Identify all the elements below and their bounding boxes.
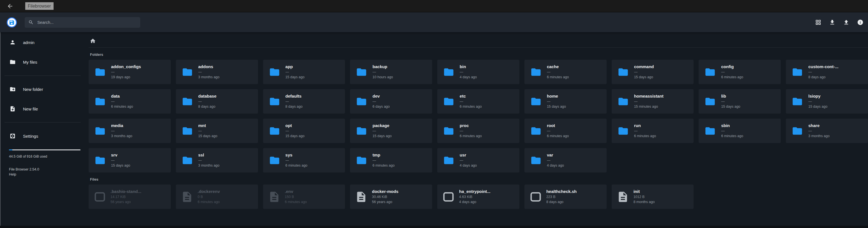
folder-card-proc[interactable]: proc — 6 minutes ago	[437, 119, 519, 143]
file-card-init[interactable]: init 1012 B 8 months ago	[612, 185, 694, 209]
folder-icon	[442, 155, 455, 166]
file-listing-area: Folders addon_configs — 19 days ago addo…	[84, 32, 868, 228]
card-text: defaults — 8 days ago	[285, 94, 303, 109]
folder-card-custom-cont-...[interactable]: custom-cont-... — 8 days ago	[786, 60, 868, 84]
folder-card-lib[interactable]: lib — 15 days ago	[699, 89, 781, 113]
item-modified: 6 minutes ago	[198, 199, 220, 204]
folder-card-opt[interactable]: opt — 15 days ago	[263, 119, 345, 143]
folder-card-home[interactable]: home — 15 days ago	[524, 89, 607, 113]
item-modified: 4 days ago	[547, 163, 564, 168]
sidebar-item-my-files[interactable]: My files	[1, 56, 84, 68]
folder-card-mnt[interactable]: mnt — 15 days ago	[176, 119, 258, 143]
upload-button[interactable]	[843, 19, 849, 26]
help-link[interactable]: Help	[9, 172, 16, 177]
folder-icon	[791, 96, 804, 107]
sidebar-item-settings[interactable]: Settings	[1, 130, 84, 142]
card-text: proc — 6 minutes ago	[460, 123, 482, 138]
folder-card-command[interactable]: command — 15 days ago	[612, 60, 694, 84]
search-input[interactable]	[37, 20, 136, 25]
folder-card-backup[interactable]: backup — 10 hours ago	[350, 60, 432, 84]
card-text: command — 15 days ago	[634, 64, 654, 79]
file-card-docker-mods[interactable]: docker-mods 30.46 KiB 56 years ago	[350, 185, 432, 209]
card-text: media — 3 months ago	[111, 123, 132, 138]
card-text: .env 150 B 6 minutes ago	[285, 189, 307, 204]
sidebar-item-new-folder[interactable]: New folder	[1, 83, 84, 95]
folder-card-sbin[interactable]: sbin — 6 minutes ago	[699, 119, 781, 143]
item-name: tmp	[372, 153, 395, 158]
folder-card-var[interactable]: var — 4 days ago	[524, 148, 607, 172]
card-text: addons — 3 months ago	[198, 64, 220, 79]
folder-card-data[interactable]: data — 6 minutes ago	[89, 89, 171, 113]
folder-card-addons[interactable]: addons — 3 months ago	[176, 60, 258, 84]
file-card-.dockerenv[interactable]: .dockerenv 0 B 6 minutes ago	[176, 185, 258, 209]
sidebar-item-new-file[interactable]: New file	[1, 103, 84, 115]
back-button[interactable]	[6, 2, 14, 10]
folder-icon	[181, 125, 194, 137]
breadcrumb-home-button[interactable]	[90, 38, 96, 44]
item-modified: 56 years ago	[111, 199, 141, 204]
sidebar-item-admin[interactable]: admin	[1, 36, 84, 48]
folder-card-homeassistant[interactable]: homeassistant — 15 minutes ago	[612, 89, 694, 113]
card-text: homeassistant — 15 minutes ago	[634, 94, 663, 109]
info-icon	[857, 19, 864, 26]
file-card-.env[interactable]: .env 150 B 6 minutes ago	[263, 185, 345, 209]
listing: Folders addon_configs — 19 days ago addo…	[89, 53, 868, 209]
folder-card-cache[interactable]: cache — 6 minutes ago	[524, 60, 607, 84]
item-name: srv	[111, 153, 130, 158]
file-card-.bashio-stand...[interactable]: .bashio-stand... 14.17 KiB 56 years ago	[89, 185, 171, 209]
folder-card-usr[interactable]: usr — 4 days ago	[437, 148, 519, 172]
folder-card-config[interactable]: config — 6 minutes ago	[699, 60, 781, 84]
item-modified: 6 minutes ago	[372, 163, 395, 168]
item-name: config	[721, 64, 743, 70]
blank-file-icon	[442, 190, 455, 203]
folder-card-run[interactable]: run — 6 minutes ago	[612, 119, 694, 143]
grid-view-icon	[815, 19, 822, 26]
folder-card-root[interactable]: root — 6 minutes ago	[524, 119, 607, 143]
file-card-ha_entrypoint...[interactable]: ha_entrypoint... 4.63 KiB 4 days ago	[437, 185, 519, 209]
download-button[interactable]	[829, 19, 835, 26]
folder-card-ssl[interactable]: ssl — 3 months ago	[176, 148, 258, 172]
item-modified: 15 days ago	[285, 75, 305, 79]
item-name: lsiopy	[808, 94, 827, 99]
folder-icon	[268, 96, 281, 107]
item-modified: 8 days ago	[285, 104, 303, 109]
folder-card-etc[interactable]: etc — 6 minutes ago	[437, 89, 519, 113]
folder-card-share[interactable]: share — 3 months ago	[786, 119, 868, 143]
card-text: addon_configs — 19 days ago	[111, 64, 141, 79]
item-size: —	[285, 70, 305, 75]
folder-icon	[529, 66, 542, 78]
item-size: —	[111, 128, 132, 133]
folder-icon	[355, 125, 368, 137]
item-size: —	[547, 128, 569, 133]
item-name: addon_configs	[111, 64, 141, 70]
folder-card-addon_configs[interactable]: addon_configs — 19 days ago	[89, 60, 171, 84]
card-text: bin — 4 days ago	[460, 64, 477, 79]
folder-card-bin[interactable]: bin — 4 days ago	[437, 60, 519, 84]
usage-label: 44.5 GiB of 916 GiB used	[9, 155, 84, 158]
card-text: etc — 6 minutes ago	[460, 94, 482, 109]
folder-card-sys[interactable]: sys — 6 minutes ago	[263, 148, 345, 172]
item-size: 14.17 KiB	[111, 194, 141, 199]
folder-card-package[interactable]: package — 15 days ago	[350, 119, 432, 143]
content-area: adminMy filesNew folderNew fileSettings …	[0, 32, 868, 228]
folder-card-lsiopy[interactable]: lsiopy — 15 days ago	[786, 89, 868, 113]
info-button[interactable]	[857, 19, 864, 26]
grid-view-button[interactable]	[815, 19, 822, 26]
item-modified: 4 days ago	[460, 75, 477, 79]
folder-card-srv[interactable]: srv — 15 days ago	[89, 148, 171, 172]
new-folder-icon	[9, 86, 16, 92]
card-text: var — 4 days ago	[547, 153, 564, 168]
search-bar[interactable]	[25, 17, 140, 28]
folder-card-defaults[interactable]: defaults — 8 days ago	[263, 89, 345, 113]
folder-icon	[268, 66, 281, 78]
folder-card-media[interactable]: media — 3 months ago	[89, 119, 171, 143]
file-card-healthcheck.sh[interactable]: healthcheck.sh 223 B 8 days ago	[524, 185, 607, 209]
folder-card-app[interactable]: app — 15 days ago	[263, 60, 345, 84]
window-title: Filebrowser	[25, 2, 54, 10]
folder-card-tmp[interactable]: tmp — 6 minutes ago	[350, 148, 432, 172]
folder-card-database[interactable]: database — 8 days ago	[176, 89, 258, 113]
folder-card-dev[interactable]: dev — 6 days ago	[350, 89, 432, 113]
item-modified: 15 days ago	[547, 104, 566, 109]
item-name: addons	[198, 64, 220, 70]
item-size: —	[198, 70, 220, 75]
